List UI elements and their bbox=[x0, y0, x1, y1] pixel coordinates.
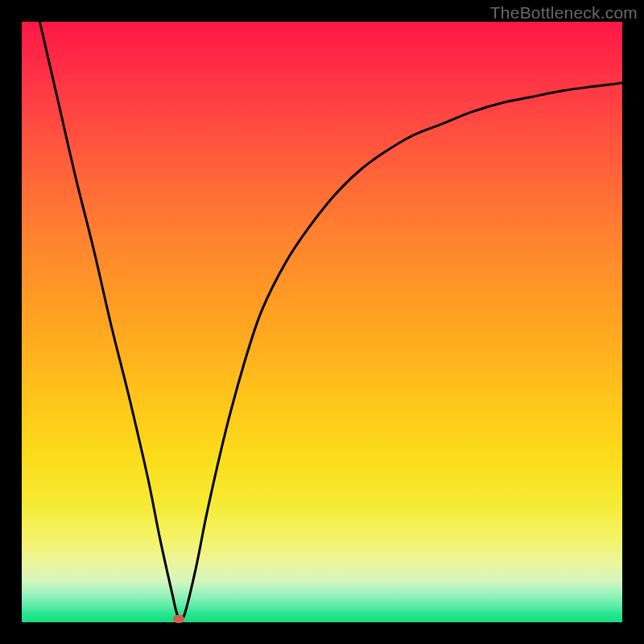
line-series bbox=[39, 22, 622, 621]
optimum-marker bbox=[173, 615, 184, 623]
bottleneck-curve bbox=[22, 22, 622, 622]
plot-area bbox=[22, 22, 622, 622]
watermark-text: TheBottleneck.com bbox=[490, 3, 638, 23]
chart-frame: TheBottleneck.com bbox=[0, 0, 644, 644]
